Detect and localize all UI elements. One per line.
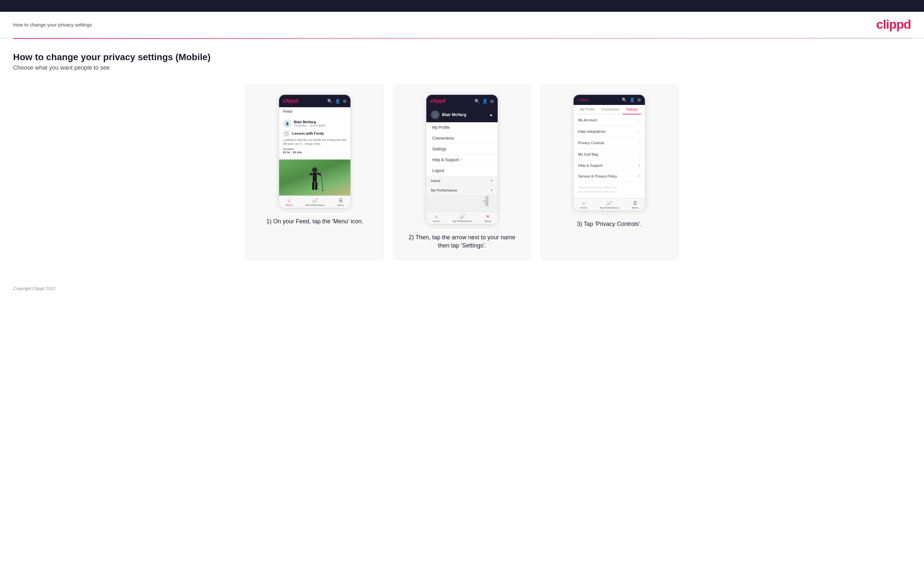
svg-point-0 (312, 168, 317, 172)
settings-my-golf-bag[interactable]: My Golf Bag › (573, 149, 645, 160)
page-subheading: Choose what you want people to see (13, 64, 911, 71)
settings-service-privacy[interactable]: Service & Privacy Policy ↗ (573, 171, 645, 182)
step-2-caption: 2) Then, tap the arrow next to your name… (404, 234, 520, 250)
steps-container: clippd 🔍 👤 ⊙ Feed 👤 Blair McHarg (13, 84, 911, 260)
phone1-icons: 🔍 👤 ⊙ (327, 99, 347, 104)
settings-icon-2: ⊙ (490, 99, 494, 104)
phone1-header: clippd 🔍 👤 ⊙ (279, 95, 351, 107)
chevron-up-icon: ▲ (489, 113, 493, 117)
chevron-right-icon-privacy: › (639, 140, 640, 145)
menu-connections: Connections (426, 133, 498, 144)
footer2-home: ⌂ Home (433, 214, 440, 222)
back-button: < Back (577, 98, 589, 102)
step-3-card: < Back 🔍 👤 ⊙ My Profile Connections Sett… (541, 84, 678, 260)
feed-tab: Feed (279, 107, 351, 116)
phone2-footer: ⌂ Home 📈 My Performance ✕ Menu (426, 211, 498, 224)
search-icon: 🔍 (327, 99, 333, 104)
settings-help-support[interactable]: Help & Support ↗ (573, 160, 645, 171)
user-icon: 👤 (335, 99, 340, 104)
page-heading: How to change your privacy settings (Mob… (13, 52, 911, 63)
section-performance: My Performance ▼ (426, 186, 498, 195)
version-info: Clippd Client Version: 2022.8.3-3 GQL Se… (573, 182, 645, 198)
svg-rect-9 (485, 200, 488, 206)
home-icon: ⌂ (288, 198, 290, 203)
footer-home: ⌂ Home (286, 198, 292, 206)
phone-2-mockup: clippd 🔍 👤 ⊙ 👤 Blair McHarg ▲ (426, 95, 498, 224)
chevron-right-icon-data: › (639, 129, 640, 134)
step-1-caption: 1) On your Feed, tap the 'Menu' icon. (267, 218, 363, 226)
feed-post: 👤 Blair McHarg Yesterday · Sunningdale 📋… (279, 116, 351, 160)
golf-image (279, 160, 351, 195)
footer2-menu: ✕ Menu (485, 214, 491, 222)
phone3-header: < Back 🔍 👤 ⊙ (573, 95, 645, 105)
footer-performance: 📈 My Performance (305, 198, 325, 206)
dropdown-overlay: My Profile Connections Settings Help & S… (426, 122, 498, 176)
phone-1-mockup: clippd 🔍 👤 ⊙ Feed 👤 Blair McHarg (279, 95, 351, 208)
settings-data-integrations[interactable]: Data Integrations › (573, 126, 645, 137)
external-link-icon-help: ↗ (638, 164, 640, 167)
menu-help: Help & Support ↗ (426, 155, 498, 165)
phone-3-mockup: < Back 🔍 👤 ⊙ My Profile Connections Sett… (573, 95, 645, 211)
step-3-caption: 3) Tap 'Privacy Controls'. (577, 220, 641, 228)
phone3-icons: 🔍 👤 ⊙ (622, 97, 641, 102)
close-icon: ✕ (486, 214, 490, 219)
external-link-icon: ↗ (460, 158, 463, 161)
settings-icon: ⊙ (343, 99, 347, 104)
home-icon-2: ⌂ (435, 214, 438, 219)
step-1-card: clippd 🔍 👤 ⊙ Feed 👤 Blair McHarg (246, 84, 383, 260)
footer3-menu: ☰ Menu (632, 200, 638, 209)
post-duration: Duration 01 hr : 30 min (283, 147, 347, 154)
svg-rect-2 (309, 173, 313, 176)
step-2-card: clippd 🔍 👤 ⊙ 👤 Blair McHarg ▲ (393, 84, 531, 260)
performance-icon-3: 📈 (607, 200, 612, 206)
svg-rect-1 (313, 172, 317, 182)
phone2-header: clippd 🔍 👤 ⊙ (426, 95, 498, 107)
footer3-performance: 📈 My Performance (600, 200, 619, 209)
svg-point-8 (485, 196, 489, 200)
breadcrumb: How to change your privacy settings (13, 22, 92, 27)
phone1-footer: ⌂ Home 📈 My Performance ☰ Menu (279, 195, 351, 208)
main-content: How to change your privacy settings (Mob… (0, 39, 924, 279)
phone3-footer: ⌂ Home 📈 My Performance ☰ Menu (573, 198, 645, 211)
chevron-right-icon-account: › (639, 118, 640, 122)
menu-icon: ☰ (339, 198, 343, 203)
svg-rect-7 (322, 190, 324, 191)
chevron-down-icon-home: ▼ (490, 179, 493, 182)
external-link-icon-service: ↗ (638, 174, 640, 178)
settings-my-account[interactable]: My Account › (573, 114, 645, 126)
svg-rect-4 (312, 182, 315, 190)
search-icon-3: 🔍 (622, 97, 627, 102)
footer-menu: ☰ Menu (338, 198, 344, 206)
lesson-title: Lesson with Fordy (292, 131, 324, 135)
logo: clippd (876, 18, 911, 32)
settings-privacy-controls[interactable]: Privacy Controls › (573, 137, 645, 149)
copyright-text: Copyright Clippd 2022 (13, 286, 55, 291)
phone2-bg-content (426, 195, 498, 211)
user-name: Blair McHarg (442, 113, 466, 117)
tab-my-profile[interactable]: My Profile (577, 105, 598, 114)
section-home: Home ▼ (426, 176, 498, 186)
tab-connections[interactable]: Connections (598, 105, 623, 114)
phone3-tabs: My Profile Connections Settings (573, 105, 645, 114)
phone1-logo: clippd (283, 98, 299, 104)
top-bar (0, 0, 924, 12)
user-avatar: 👤 (431, 111, 439, 119)
search-icon-2: 🔍 (475, 99, 480, 104)
footer2-performance: 📈 My Performance (452, 214, 472, 222)
page-footer: Copyright Clippd 2022 (0, 279, 924, 298)
phone2-logo: clippd (430, 98, 446, 104)
chevron-down-icon-perf: ▼ (490, 189, 493, 192)
svg-rect-5 (315, 182, 317, 190)
post-description: Looking to feel like my hands are exitin… (283, 138, 347, 146)
svg-line-6 (321, 172, 323, 190)
bg-golfer (480, 195, 494, 211)
chevron-right-icon-golf: › (639, 152, 640, 156)
user-icon-3: 👤 (630, 97, 635, 102)
tab-settings[interactable]: Settings (623, 105, 641, 114)
header: How to change your privacy settings clip… (0, 12, 924, 38)
settings-list: My Account › Data Integrations › Privacy… (573, 114, 645, 182)
performance-icon-2: 📈 (459, 214, 465, 219)
footer3-home: ⌂ Home (580, 200, 587, 209)
performance-icon: 📈 (312, 198, 318, 203)
lesson-icon: 📋 (283, 130, 290, 137)
